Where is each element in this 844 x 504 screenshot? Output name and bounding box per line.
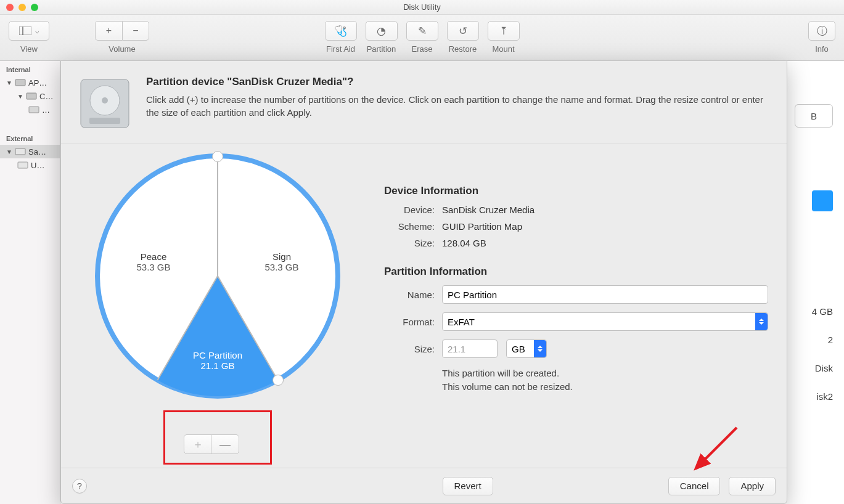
minus-icon: — [219, 438, 231, 451]
disclosure-triangle-icon[interactable]: ▼ [6, 79, 12, 86]
restore-icon: ↺ [459, 25, 467, 38]
plus-icon: + [106, 25, 112, 36]
external-disk-icon [15, 146, 26, 157]
minimize-window-button[interactable] [18, 4, 26, 11]
sidebar-item-apple-ssd[interactable]: ▼ AP… [0, 76, 60, 89]
partition-button[interactable]: ◔ [366, 21, 398, 41]
bg-text: Disk [815, 363, 833, 373]
sidebar-external-header: External [0, 130, 60, 145]
sidebar-label: Sa… [28, 147, 46, 156]
firstaid-icon: 🩺 [334, 25, 347, 38]
sidebar-item-sandisk[interactable]: ▼ Sa… [0, 145, 60, 158]
partition-size: 21.1 GB [181, 360, 255, 371]
bg-text: isk2 [816, 391, 833, 402]
label: Name: [384, 290, 435, 300]
volume-remove-button[interactable]: − [122, 21, 149, 41]
sheet-footer: ? Revert Cancel Apply [61, 468, 787, 503]
label: Size: [384, 238, 435, 248]
partition-pie-column: Peace 53.3 GB Sign 53.3 GB PC Partition … [76, 156, 359, 465]
size-unit-select[interactable]: GB [506, 339, 547, 358]
resize-handle[interactable] [272, 375, 284, 386]
sidebar-item-usb-volume[interactable]: U… [0, 158, 60, 172]
volume-label: Volume [109, 44, 135, 54]
toolbar: ⌵ View + − Volume 🩺First Aid ◔Partition … [0, 15, 844, 61]
window-title: Disk Utility [0, 2, 844, 12]
label: Format: [384, 317, 435, 327]
partition-format-select[interactable]: ExFAT [442, 312, 768, 331]
revert-button[interactable]: Revert [443, 477, 493, 495]
plus-icon: ＋ [192, 437, 203, 452]
pie-slice-label[interactable]: Peace 53.3 GB [123, 251, 184, 272]
erase-button[interactable]: ✎ [406, 21, 438, 41]
device-info-header: Device Information [384, 185, 768, 197]
restore-button[interactable]: ↺ [447, 21, 479, 41]
mount-button[interactable]: ⤒ [488, 21, 520, 41]
volume-add-button[interactable]: + [95, 21, 122, 41]
internal-disk-icon [15, 77, 26, 88]
updown-arrows-icon [755, 313, 768, 330]
resize-handle[interactable] [212, 151, 223, 162]
partition-size: 53.3 GB [251, 262, 313, 272]
mount-icon: ⤒ [499, 25, 508, 38]
firstaid-button[interactable]: 🩺 [325, 21, 357, 41]
hard-drive-icon [77, 76, 133, 131]
mount-label: Mount [492, 44, 514, 54]
close-window-button[interactable] [6, 4, 14, 11]
partition-pie[interactable]: Peace 53.3 GB Sign 53.3 GB PC Partition … [94, 153, 341, 399]
info-column: Device Information Device:SanDisk Cruzer… [384, 156, 768, 465]
svg-rect-1 [23, 26, 31, 35]
pie-slice-label-selected[interactable]: PC Partition 21.1 GB [181, 350, 255, 371]
cancel-button[interactable]: Cancel [668, 477, 721, 495]
bg-text: 4 GB [812, 306, 833, 317]
partition-size: 53.3 GB [123, 262, 184, 272]
toolbar-volume-group: + − Volume [95, 21, 149, 54]
titlebar: Disk Utility [0, 0, 844, 15]
sidebar-label: … [42, 105, 50, 115]
add-remove-segmented: ＋ — [184, 434, 239, 454]
partition-icon: ◔ [377, 25, 386, 38]
partition-name: PC Partition [193, 350, 242, 360]
add-partition-button: ＋ [184, 435, 211, 453]
zoom-window-button[interactable] [31, 4, 38, 11]
disclosure-triangle-icon[interactable]: ▼ [17, 93, 23, 100]
device-size-value: 128.04 GB [442, 238, 486, 248]
apply-button[interactable]: Apply [729, 477, 776, 495]
svg-rect-3 [27, 93, 36, 99]
info-button[interactable]: ⓘ [808, 21, 835, 41]
help-button[interactable]: ? [72, 479, 87, 494]
partition-info-header: Partition Information [384, 266, 768, 278]
view-label: View [20, 44, 38, 54]
restore-label: Restore [449, 44, 477, 54]
container-disk-icon [26, 91, 37, 102]
disclosure-triangle-icon[interactable]: ▼ [6, 148, 12, 155]
sidebar: Internal ▼ AP… ▼ C… … External ▼ Sa… U… [0, 61, 60, 504]
svg-rect-10 [89, 118, 120, 124]
info-icon: ⓘ [817, 24, 827, 38]
partition-size-field [442, 339, 498, 358]
partition-name: Peace [141, 251, 167, 262]
partition-sheet: Partition device "SanDisk Cruzer Media"?… [60, 60, 787, 504]
sidebar-item-volume[interactable]: … [0, 103, 60, 116]
erase-label: Erase [412, 44, 433, 54]
scheme-value: GUID Partition Map [442, 221, 522, 232]
toolbar-center: 🩺First Aid ◔Partition ✎Erase ↺Restore ⤒M… [325, 21, 520, 54]
pie-slice-label[interactable]: Sign 53.3 GB [251, 251, 313, 272]
select-value: GB [512, 344, 525, 354]
sidebar-item-container[interactable]: ▼ C… [0, 89, 60, 103]
svg-rect-5 [15, 148, 25, 155]
remove-partition-button[interactable]: — [211, 435, 239, 453]
partition-name-field[interactable] [442, 285, 768, 304]
question-icon: ? [77, 481, 82, 491]
label: Size: [384, 344, 435, 354]
updown-arrows-icon [534, 340, 546, 357]
erase-icon: ✎ [418, 25, 427, 38]
bg-format-pill: B [795, 104, 833, 128]
hint-line: This partition will be created. [442, 368, 559, 378]
sidebar-internal-header: Internal [0, 61, 60, 76]
partition-hint: This partition will be created. This vol… [442, 367, 768, 394]
toolbar-info-group: ⓘ Info [808, 21, 835, 54]
partition-label: Partition [367, 44, 396, 54]
view-button[interactable]: ⌵ [9, 21, 49, 41]
minus-icon: − [133, 25, 138, 36]
partition-name: Sign [272, 251, 291, 262]
